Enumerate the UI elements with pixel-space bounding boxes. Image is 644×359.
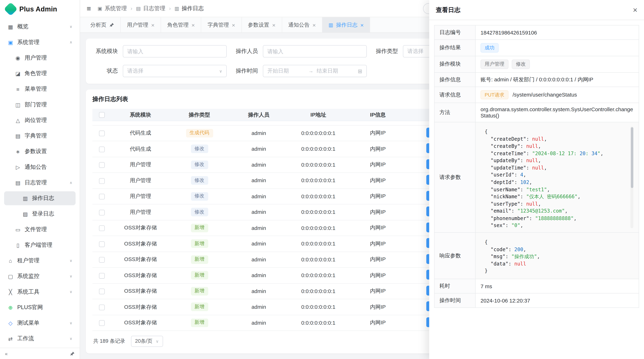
cell-ip-info: 内网IP [348,303,408,311]
sidebar-item-menus[interactable]: ≡菜单管理 [4,82,76,96]
row-checkbox[interactable] [99,130,105,136]
cell-ip: 0:0:0:0:0:0:0:1 [288,304,348,310]
type-filter-label: 操作类型 [373,47,398,55]
sidebar-item-label: 客户端管理 [25,241,72,249]
sidebar-item-workflow[interactable]: ⇄工作流∨ [4,332,76,346]
page-size-select[interactable]: 20条/页 ∨ [131,336,163,347]
drawer-title: 查看日志 [436,6,460,14]
breadcrumb-item-system[interactable]: ▣ 系统管理 [98,5,127,12]
app-root: Plus Admin ▦概览∨▣系统管理∧◉用户管理◪角色管理≡菜单管理◫部门管… [0,0,644,359]
module-filter-input[interactable] [123,45,227,57]
tab-label: 角色管理 [167,21,188,28]
sidebar-item-system[interactable]: ▣系统管理∧ [4,35,76,49]
row-checkbox[interactable] [99,289,105,294]
cell-operator: admin [229,256,288,263]
close-icon[interactable]: × [633,6,638,14]
cell-ip: 0:0:0:0:0:0:0:1 [288,177,348,183]
sidebar-item-tools[interactable]: ╳系统工具∨ [4,285,76,299]
row-checkbox[interactable] [99,178,105,184]
sidebar-item-monitor[interactable]: ▢系统监控∨ [4,269,76,283]
sidebar-item-dicts[interactable]: ▤字典管理 [4,129,76,143]
row-checkbox[interactable] [99,162,105,168]
collapse-sidebar-icon[interactable]: « [5,351,8,357]
breadcrumb-separator: › [169,5,171,11]
cell-ip: 0:0:0:0:0:0:0:1 [288,320,348,326]
row-checkbox[interactable] [99,225,105,231]
close-icon[interactable]: × [192,22,195,28]
cell-operator: admin [229,209,288,215]
app-logo: Plus Admin [0,0,80,18]
row-checkbox[interactable] [99,241,105,247]
close-icon[interactable]: × [312,22,316,28]
sidebar-item-tenants[interactable]: ⌂租户管理∨ [4,254,76,268]
cell-module: OSS对象存储 [111,288,170,295]
response-params-label: 响应参数 [434,233,476,279]
status-filter-select[interactable]: 请选择 ∨ [123,65,227,77]
row-checkbox[interactable] [99,210,105,215]
method-label: 方法 [434,103,476,122]
sidebar-item-label: 系统监控 [17,273,66,280]
sidebar-item-params[interactable]: ∗参数设置 [4,144,76,158]
sidebar-item-notice[interactable]: ▷通知公告 [4,160,76,174]
sidebar-item-clients[interactable]: ▯客户端管理 [4,238,76,252]
tab-用户管理[interactable]: 用户管理× [121,17,161,32]
tab-分析页[interactable]: 分析页 [84,17,121,32]
scrollbar[interactable] [630,127,633,228]
row-checkbox[interactable] [99,194,105,200]
breadcrumb-item-logs[interactable]: ▤ 日志管理 [136,5,165,12]
operation-type-badge: 新增 [191,271,208,280]
row-checkbox[interactable] [99,320,105,326]
row-checkbox[interactable] [99,146,105,152]
sidebar-item-posts[interactable]: △岗位管理 [4,113,76,127]
tab-参数设置[interactable]: 参数设置× [242,17,282,32]
module-label: 操作模块 [434,56,476,72]
chevron-down-icon: ∨ [156,339,159,344]
close-icon[interactable]: × [232,22,235,28]
close-icon[interactable]: × [151,22,154,28]
sidebar-item-users[interactable]: ◉用户管理 [4,51,76,65]
log-detail-table: 日志编号 1842781986426159106 操作结果 成功 操作模块 用户… [434,25,639,308]
sidebar-item-logs[interactable]: ▤日志管理∧ [4,176,76,190]
cell-ip-info: 内网IP [348,319,408,326]
sidebar-item-label: 通知公告 [25,163,72,171]
cell-ip: 0:0:0:0:0:0:0:1 [288,193,348,199]
cell-ip-info: 内网IP [348,240,408,247]
close-icon[interactable]: × [360,22,364,28]
hamburger-menu-icon[interactable]: ≡ [86,5,91,12]
chevron-up-icon: ∧ [70,40,72,44]
time-range-picker[interactable]: 开始日期 → 结束日期 ⊞ [263,65,367,77]
sidebar-item-roles[interactable]: ◪角色管理 [4,66,76,80]
breadcrumb-item-operlog[interactable]: ▥ 操作日志 [174,5,204,12]
select-all-checkbox[interactable] [99,112,105,118]
row-checkbox[interactable] [99,304,105,310]
column-header-ipinfo: IP信息 [348,111,408,118]
cell-ip-info: 内网IP [348,272,408,279]
sidebar-item-loginlog[interactable]: ▨登录日志 [4,207,76,221]
cell-ip: 0:0:0:0:0:0:0:1 [288,130,348,136]
role-icon: ◪ [15,70,21,76]
cell-ip: 0:0:0:0:0:0:0:1 [288,225,348,231]
tab-角色管理[interactable]: 角色管理× [161,17,201,32]
close-icon[interactable]: × [272,22,276,28]
cell-ip-info: 内网IP [348,224,408,232]
sidebar-item-testmenu[interactable]: ◇测试菜单∨ [4,316,76,330]
loginlog-icon: ▨ [22,211,28,217]
sidebar-item-website[interactable]: ⊕PLUS官网 [4,301,76,315]
sidebar-item-depts[interactable]: ◫部门管理 [4,98,76,112]
start-date-placeholder: 开始日期 [268,67,305,75]
sidebar-item-label: 用户管理 [25,54,72,61]
sidebar-item-files[interactable]: ▭文件管理 [4,222,76,236]
tab-通知公告[interactable]: 通知公告× [282,17,322,32]
sidebar-item-overview[interactable]: ▦概览∨ [4,20,76,34]
row-checkbox[interactable] [99,257,105,263]
arrow-right-icon: → [308,68,314,74]
sidebar-item-label: 租户管理 [17,257,66,264]
sidebar-item-label: PLUS官网 [17,304,72,311]
tab-操作日志[interactable]: ▥操作日志× [322,17,370,32]
operator-filter-input[interactable] [263,45,367,57]
cell-module: 用户管理 [111,193,170,200]
sidebar-item-operlog[interactable]: ▥操作日志 [4,191,76,205]
pin-icon[interactable] [70,351,75,356]
row-checkbox[interactable] [99,273,105,279]
tab-字典管理[interactable]: 字典管理× [202,17,242,32]
